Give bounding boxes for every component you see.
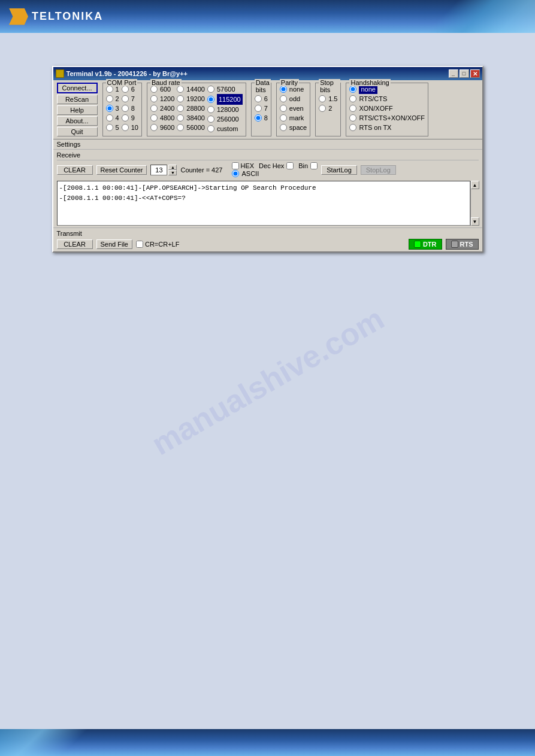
output-line1: -[2008.1.1 00:00:41]-[APP.OPSEARCH]->Sta… (59, 183, 468, 193)
transmit-label: Transmit (57, 230, 479, 237)
handshaking-radio-none[interactable] (349, 86, 356, 93)
format-bin-checkbox[interactable] (310, 162, 318, 169)
baud-radio-19200[interactable] (177, 95, 184, 102)
baud-radio-custom[interactable] (207, 125, 214, 132)
com-port-radio-6[interactable] (122, 86, 129, 93)
connect-button[interactable]: Connect... (57, 83, 98, 93)
parity-radio-even[interactable] (280, 105, 287, 112)
baud-row-128000: 128000 (207, 105, 243, 114)
dtr-led (414, 241, 421, 248)
spinner-up-button[interactable]: ▲ (168, 165, 177, 170)
help-button[interactable]: Help (57, 105, 98, 115)
parity-radio-odd[interactable] (280, 95, 287, 102)
format-ascii-radio[interactable] (232, 170, 239, 177)
format-ascii-row: ASCII (232, 170, 318, 177)
top-bar: TELTONIKA (0, 0, 535, 33)
format-hex-checkbox[interactable] (232, 162, 239, 169)
parity-radio-mark[interactable] (280, 114, 287, 122)
spinner-down-button[interactable]: ▼ (168, 170, 177, 175)
terminal-icon (56, 69, 64, 78)
com-port-radio-9[interactable] (122, 114, 129, 122)
parity-options: none odd even mark space (280, 84, 307, 132)
clear-receive-button[interactable]: CLEAR (57, 165, 93, 175)
com-port-radio-3[interactable] (106, 105, 113, 112)
stop-bits-radio-15[interactable] (319, 95, 326, 102)
handshaking-radio-rtsontx[interactable] (349, 124, 356, 131)
dtr-button[interactable]: DTR (409, 239, 442, 250)
rts-button[interactable]: RTS (446, 239, 479, 250)
com-port-col1: 1 2 3 4 5 (106, 84, 119, 132)
data-bits-label: Data bits (255, 79, 271, 93)
vertical-scrollbar[interactable]: ▲ ▼ (470, 181, 479, 226)
com-port-radio-8[interactable] (122, 105, 129, 112)
com-port-row-9: 9 (122, 113, 138, 123)
handshaking-radio-xonxoff[interactable] (349, 105, 356, 112)
baud-radio-14400[interactable] (177, 86, 184, 93)
format-dec-hex-checkbox[interactable] (286, 162, 294, 169)
baud-radio-2400[interactable] (150, 105, 158, 112)
baud-row-2400: 2400 (150, 104, 174, 113)
cr-lf-checkbox[interactable] (136, 241, 143, 248)
baud-radio-115200[interactable] (207, 96, 214, 103)
baud-radio-56000[interactable] (177, 124, 184, 131)
data-bits-row-7: 7 (255, 104, 268, 113)
rts-label: RTS (460, 241, 473, 248)
com-port-col2: 6 7 8 9 10 (122, 84, 138, 132)
scroll-thumb[interactable] (471, 189, 479, 217)
com-port-options: 1 2 3 4 5 (106, 84, 138, 132)
minimize-button[interactable]: _ (449, 69, 458, 78)
parity-radio-space[interactable] (280, 124, 287, 131)
com-port-radio-10[interactable] (122, 124, 129, 131)
handshaking-row-rtscts: RTS/CTS (349, 94, 425, 104)
com-port-row-8: 8 (122, 104, 138, 113)
com-port-radio-7[interactable] (122, 95, 129, 102)
baud-radio-38400[interactable] (177, 114, 184, 122)
reset-counter-button[interactable]: Reset Counter (96, 165, 147, 175)
baud-radio-128000[interactable] (207, 106, 214, 113)
parity-radio-none[interactable] (280, 86, 287, 93)
about-button[interactable]: About... (57, 116, 98, 126)
data-bits-radio-6[interactable] (255, 95, 262, 102)
baud-radio-28800[interactable] (177, 105, 184, 112)
close-button[interactable]: ✕ (470, 69, 480, 78)
com-port-radio-5[interactable] (106, 124, 113, 131)
clear-transmit-button[interactable]: CLEAR (57, 239, 93, 249)
baud-row-4800: 4800 (150, 113, 174, 123)
quit-button[interactable]: Quit (57, 127, 98, 136)
com-port-row-4: 4 (106, 113, 119, 123)
format-ascii-label: ASCII (241, 170, 259, 177)
spinner-input[interactable] (150, 165, 167, 175)
data-bits-radio-8[interactable] (255, 114, 262, 122)
handshaking-row-xonxoff: XON/XOFF (349, 104, 425, 113)
scroll-up-arrow[interactable]: ▲ (471, 181, 479, 189)
rescan-button[interactable]: ReScan (57, 95, 98, 104)
settings-row: Settings (53, 139, 482, 150)
parity-row-odd: odd (280, 94, 307, 104)
com-port-row-2: 2 (106, 94, 119, 104)
watermark: manualshive.com (146, 300, 390, 462)
baud-radio-57600[interactable] (207, 86, 214, 93)
send-file-button[interactable]: Send File (96, 239, 132, 249)
baud-row-115200: 115200 (207, 94, 243, 105)
handshaking-radio-rtscts[interactable] (349, 95, 356, 102)
format-group: HEX Dec Hex Bin ASCII (232, 162, 318, 177)
maximize-button[interactable]: □ (460, 69, 469, 78)
baud-radio-9600[interactable] (150, 124, 158, 131)
baud-radio-1200[interactable] (150, 95, 158, 102)
data-bits-radio-7[interactable] (255, 105, 262, 112)
handshaking-group: Handshaking none RTS/CTS XON/XOFF RTS/CT… (346, 83, 428, 136)
baud-radio-256000[interactable] (207, 116, 214, 123)
handshaking-radio-rtscts-xon[interactable] (349, 114, 356, 122)
stop-bits-radio-2[interactable] (319, 105, 326, 112)
baud-radio-600[interactable] (150, 86, 158, 93)
baud-radio-4800[interactable] (150, 114, 158, 122)
stop-bits-label: Stop bits (319, 79, 340, 93)
parity-group: Parity none odd even mark s (276, 83, 310, 136)
start-log-button[interactable]: StartLog (321, 165, 357, 175)
scroll-down-arrow[interactable]: ▼ (471, 217, 479, 226)
com-port-radio-1[interactable] (106, 86, 113, 93)
baud-row-256000: 256000 (207, 114, 243, 124)
com-port-radio-2[interactable] (106, 95, 113, 102)
com-port-radio-4[interactable] (106, 114, 113, 122)
format-hex-label: HEX (240, 162, 254, 169)
